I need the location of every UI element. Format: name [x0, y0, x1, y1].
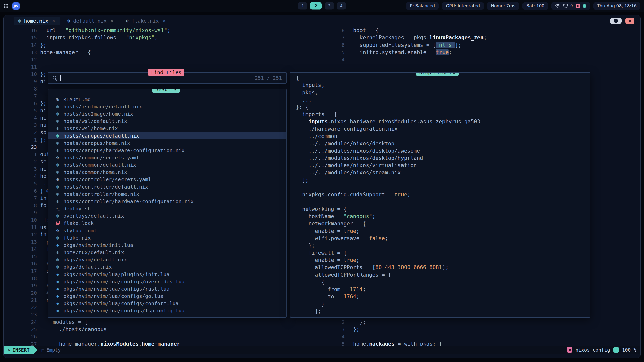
result-item[interactable]: home/tux/default.nix: [48, 249, 286, 256]
result-item[interactable]: hosts/wsl/home.nix: [48, 125, 286, 132]
code-line[interactable]: 13home-manager = {: [4, 49, 333, 56]
tab-close-icon[interactable]: [162, 19, 167, 23]
code-line[interactable]: [333, 63, 640, 70]
code-line[interactable]: 8boot = {: [333, 27, 640, 34]
logo-badge[interactable]: JW: [12, 2, 20, 10]
result-item[interactable]: hosts/common/default.nix: [48, 161, 286, 168]
code-line[interactable]: ./hardware-configuration.nix: [293, 125, 590, 132]
window-minimize-button[interactable]: [610, 18, 622, 24]
ping-module[interactable]: Home: 7ms: [487, 2, 519, 10]
window-close-button[interactable]: [625, 18, 634, 24]
code-line[interactable]: enable = true;: [293, 256, 590, 264]
result-item[interactable]: hosts/canopus/default.nix: [48, 132, 286, 139]
code-line[interactable]: [293, 184, 590, 191]
code-line[interactable]: 5 initrd.systemd.enable = true;: [333, 49, 640, 56]
result-item[interactable]: hosts/canopus/home.nix: [48, 139, 286, 147]
result-item[interactable]: README.md: [48, 96, 286, 103]
code-line[interactable]: 2 };: [333, 318, 640, 326]
tab-flake-nix[interactable]: flake.nix: [121, 17, 171, 25]
shield-icon[interactable]: [564, 4, 568, 8]
code-line[interactable]: pkgs,: [293, 89, 590, 96]
power-profile-module[interactable]: P: Balanced: [406, 2, 439, 10]
result-item[interactable]: pkgs/nvim/nvim/lua/configs/rust.lua: [48, 285, 286, 292]
code-line[interactable]: }: [293, 300, 590, 307]
code-line[interactable]: ../../modules/nixos/desktop: [293, 140, 590, 147]
code-line[interactable]: ../../modules/nixos/desktop/hyprland: [293, 154, 590, 162]
code-line[interactable]: ...: [293, 96, 590, 103]
result-item[interactable]: pkgs/nvim/nvim/lua/plugins/init.lua: [48, 270, 286, 278]
result-item[interactable]: pkgs/nvim/nvim/init.lua: [48, 241, 286, 249]
code-line[interactable]: ];: [293, 307, 590, 315]
result-item[interactable]: hosts/canopus/hardware-configuration.nix: [48, 147, 286, 154]
tab-home-nix[interactable]: home.nix: [14, 17, 60, 25]
code-line[interactable]: ../../modules/nixos/steam.nix: [293, 169, 590, 176]
apps-grid-icon[interactable]: [4, 4, 8, 8]
result-item[interactable]: hosts/controller/default.nix: [48, 183, 286, 190]
tab-close-icon[interactable]: [51, 19, 56, 23]
wifi-icon[interactable]: [555, 4, 561, 8]
code-line[interactable]: ../../modules/nixos/virtualisation: [293, 162, 590, 169]
result-item[interactable]: hosts/isoImage/home.nix: [48, 110, 286, 117]
result-item[interactable]: pkgs/nvim/nvim/lua/configs/lspconfig.lua: [48, 307, 286, 314]
code-line[interactable]: 6 supportedFilesystems = ["ntfs"];: [333, 41, 640, 49]
code-line[interactable]: 7 kernelPackages = pkgs.linuxPackages_ze…: [333, 34, 640, 41]
code-line[interactable]: hostName = "canopus";: [293, 213, 590, 220]
result-item[interactable]: pkgs/nvim/default.nix: [48, 256, 286, 263]
code-line[interactable]: nixpkgs.config.cudaSupport = true;: [293, 191, 590, 198]
code-line[interactable]: inputs.nixos-hardware.nixosModules.asus-…: [293, 118, 590, 125]
tab-close-icon[interactable]: [110, 19, 114, 23]
code-line[interactable]: };: [293, 242, 590, 249]
code-line[interactable]: ../common: [293, 132, 590, 140]
code-line[interactable]: 14};: [4, 41, 333, 49]
code-line[interactable]: to = 1764;: [293, 293, 590, 300]
tab-default-nix[interactable]: default.nix: [63, 17, 119, 25]
workspace-3[interactable]: 3: [325, 2, 334, 10]
result-item[interactable]: hosts/controller/hardware-configuration.…: [48, 198, 286, 205]
code-line[interactable]: 3};: [333, 326, 640, 333]
result-item[interactable]: hosts/controller/secrets.yaml: [48, 176, 286, 183]
result-item[interactable]: deploy.sh: [48, 205, 286, 212]
code-line[interactable]: {: [293, 278, 590, 286]
recorder-icon[interactable]: [576, 4, 580, 8]
result-item[interactable]: hosts/common/secrets.yaml: [48, 154, 286, 161]
code-line[interactable]: 4: [333, 333, 640, 340]
result-item[interactable]: stylua.toml: [48, 227, 286, 234]
gpu-module[interactable]: GPU: Integrated: [442, 2, 484, 10]
finder-prompt[interactable]: Find Files 251 / 251: [48, 72, 287, 84]
code-line[interactable]: 15 inputs.nixpkgs.follows = "nixpkgs";: [4, 34, 333, 41]
code-line[interactable]: }: {: [293, 103, 590, 111]
workspace-2[interactable]: 2: [310, 2, 322, 10]
result-item[interactable]: flake.lock: [48, 219, 286, 227]
workspace-4[interactable]: 4: [337, 2, 346, 10]
workspace-1[interactable]: 1: [298, 2, 307, 10]
code-line[interactable]: 5home.packages = with pkgs; [: [333, 340, 640, 346]
code-line[interactable]: [293, 198, 590, 205]
result-item[interactable]: pkgs/nvim/nvim/lua/configs/overrides.lua: [48, 278, 286, 285]
result-item[interactable]: hosts/wsl/default.nix: [48, 117, 286, 125]
code-line[interactable]: allowedTCPPorts = [80 443 3000 6666 8081…: [293, 264, 590, 271]
result-item[interactable]: pkgs/nvim/nvim/lua/configs/go.lua: [48, 292, 286, 300]
code-line[interactable]: allowedTCPPortRanges = [: [293, 271, 590, 278]
code-line[interactable]: 27 home-manager.nixosModules.home-manage…: [4, 340, 333, 346]
code-line[interactable]: networking = {: [293, 205, 590, 213]
clock-module[interactable]: Thu Aug 08, 18:16: [593, 2, 640, 10]
battery-module[interactable]: Bat: 100: [522, 2, 548, 10]
code-line[interactable]: 25 ./hosts/canopus: [4, 326, 333, 333]
code-line[interactable]: ../../modules/nixos/desktop/awesome: [293, 147, 590, 154]
result-item[interactable]: hosts/common/home.nix: [48, 168, 286, 176]
code-line[interactable]: 24 modules = [: [4, 318, 333, 326]
power-icon[interactable]: [583, 4, 586, 8]
code-line[interactable]: inputs,: [293, 81, 590, 89]
result-item[interactable]: flake.nix: [48, 234, 286, 241]
code-line[interactable]: 16 url = "github:nix-community/nixos-wsl…: [4, 27, 333, 34]
code-line[interactable]: wifi.powersave = false;: [293, 235, 590, 242]
code-line[interactable]: firewall = {: [293, 249, 590, 256]
result-item[interactable]: hosts/controller/home.nix: [48, 190, 286, 198]
result-item[interactable]: overlays/default.nix: [48, 212, 286, 219]
result-item[interactable]: pkgs/nvim/nvim/lua/configs/conform.lua: [48, 300, 286, 307]
code-line[interactable]: ];: [293, 176, 590, 184]
code-line[interactable]: enable = true;: [293, 227, 590, 235]
code-line[interactable]: from = 1714;: [293, 286, 590, 293]
code-line[interactable]: networkmanager = {: [293, 220, 590, 227]
code-line[interactable]: imports = [: [293, 111, 590, 118]
